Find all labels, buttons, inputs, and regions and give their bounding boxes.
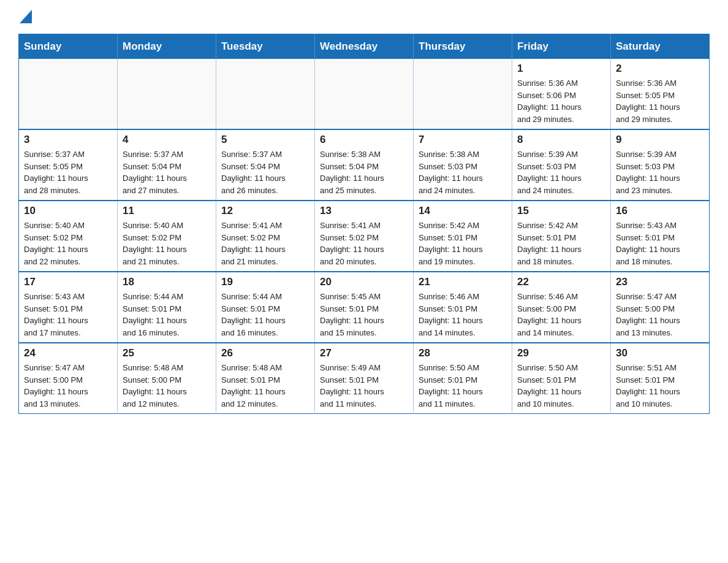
calendar-day-cell: 14Sunrise: 5:42 AMSunset: 5:01 PMDayligh… xyxy=(414,201,512,272)
day-info: Sunrise: 5:41 AMSunset: 5:02 PMDaylight:… xyxy=(320,220,408,267)
day-info: Sunrise: 5:42 AMSunset: 5:01 PMDaylight:… xyxy=(517,220,605,267)
logo-triangle-icon xyxy=(20,10,32,23)
day-info: Sunrise: 5:49 AMSunset: 5:01 PMDaylight:… xyxy=(320,362,408,410)
calendar-day-cell: 6Sunrise: 5:38 AMSunset: 5:04 PMDaylight… xyxy=(315,129,414,201)
calendar-day-cell: 20Sunrise: 5:45 AMSunset: 5:01 PMDayligh… xyxy=(315,272,414,343)
day-info: Sunrise: 5:42 AMSunset: 5:01 PMDaylight:… xyxy=(419,220,507,267)
day-info: Sunrise: 5:48 AMSunset: 5:00 PMDaylight:… xyxy=(123,362,211,410)
logo xyxy=(18,12,32,21)
day-info: Sunrise: 5:40 AMSunset: 5:02 PMDaylight:… xyxy=(24,220,112,267)
calendar-day-cell: 10Sunrise: 5:40 AMSunset: 5:02 PMDayligh… xyxy=(19,201,118,272)
day-number: 13 xyxy=(320,205,408,217)
day-info: Sunrise: 5:36 AMSunset: 5:06 PMDaylight:… xyxy=(517,77,605,125)
day-info: Sunrise: 5:48 AMSunset: 5:01 PMDaylight:… xyxy=(221,362,309,410)
calendar-day-cell: 12Sunrise: 5:41 AMSunset: 5:02 PMDayligh… xyxy=(216,201,315,272)
day-info: Sunrise: 5:38 AMSunset: 5:04 PMDaylight:… xyxy=(320,148,408,196)
day-info: Sunrise: 5:47 AMSunset: 5:00 PMDaylight:… xyxy=(616,291,704,339)
calendar-day-cell: 29Sunrise: 5:50 AMSunset: 5:01 PMDayligh… xyxy=(512,343,611,414)
calendar-day-cell: 30Sunrise: 5:51 AMSunset: 5:01 PMDayligh… xyxy=(611,343,710,414)
calendar-day-cell: 11Sunrise: 5:40 AMSunset: 5:02 PMDayligh… xyxy=(118,201,216,272)
day-info: Sunrise: 5:50 AMSunset: 5:01 PMDaylight:… xyxy=(419,362,507,410)
day-number: 3 xyxy=(24,134,112,146)
day-info: Sunrise: 5:39 AMSunset: 5:03 PMDaylight:… xyxy=(616,148,704,196)
page-header xyxy=(18,12,710,21)
day-number: 23 xyxy=(616,276,704,288)
day-number: 28 xyxy=(419,347,507,359)
day-number: 15 xyxy=(517,205,605,217)
calendar-day-cell: 22Sunrise: 5:46 AMSunset: 5:00 PMDayligh… xyxy=(512,272,611,343)
calendar-day-cell: 4Sunrise: 5:37 AMSunset: 5:04 PMDaylight… xyxy=(118,129,216,201)
calendar-day-cell: 24Sunrise: 5:47 AMSunset: 5:00 PMDayligh… xyxy=(19,343,118,414)
weekday-header: Saturday xyxy=(611,34,710,59)
day-info: Sunrise: 5:50 AMSunset: 5:01 PMDaylight:… xyxy=(517,362,605,410)
calendar-day-cell: 16Sunrise: 5:43 AMSunset: 5:01 PMDayligh… xyxy=(611,201,710,272)
calendar-day-cell: 25Sunrise: 5:48 AMSunset: 5:00 PMDayligh… xyxy=(118,343,216,414)
day-number: 24 xyxy=(24,347,112,359)
day-number: 14 xyxy=(419,205,507,217)
day-info: Sunrise: 5:47 AMSunset: 5:00 PMDaylight:… xyxy=(24,362,112,410)
day-number: 21 xyxy=(419,276,507,288)
day-info: Sunrise: 5:46 AMSunset: 5:00 PMDaylight:… xyxy=(517,291,605,339)
day-number: 22 xyxy=(517,276,605,288)
calendar-day-cell: 18Sunrise: 5:44 AMSunset: 5:01 PMDayligh… xyxy=(118,272,216,343)
calendar-day-cell: 21Sunrise: 5:46 AMSunset: 5:01 PMDayligh… xyxy=(414,272,512,343)
day-number: 25 xyxy=(123,347,211,359)
day-number: 5 xyxy=(221,134,309,146)
calendar-week-row: 10Sunrise: 5:40 AMSunset: 5:02 PMDayligh… xyxy=(19,201,710,272)
calendar-day-cell xyxy=(315,59,414,129)
day-info: Sunrise: 5:40 AMSunset: 5:02 PMDaylight:… xyxy=(123,220,211,267)
calendar-table: SundayMondayTuesdayWednesdayThursdayFrid… xyxy=(18,34,710,414)
day-info: Sunrise: 5:38 AMSunset: 5:03 PMDaylight:… xyxy=(419,148,507,196)
calendar-day-cell: 9Sunrise: 5:39 AMSunset: 5:03 PMDaylight… xyxy=(611,129,710,201)
calendar-day-cell: 28Sunrise: 5:50 AMSunset: 5:01 PMDayligh… xyxy=(414,343,512,414)
day-number: 8 xyxy=(517,134,605,146)
calendar-day-cell: 2Sunrise: 5:36 AMSunset: 5:05 PMDaylight… xyxy=(611,59,710,129)
weekday-header: Sunday xyxy=(19,34,118,59)
day-number: 12 xyxy=(221,205,309,217)
day-info: Sunrise: 5:41 AMSunset: 5:02 PMDaylight:… xyxy=(221,220,309,267)
calendar-day-cell: 1Sunrise: 5:36 AMSunset: 5:06 PMDaylight… xyxy=(512,59,611,129)
day-number: 7 xyxy=(419,134,507,146)
calendar-day-cell: 27Sunrise: 5:49 AMSunset: 5:01 PMDayligh… xyxy=(315,343,414,414)
day-info: Sunrise: 5:36 AMSunset: 5:05 PMDaylight:… xyxy=(616,77,704,125)
calendar-day-cell: 3Sunrise: 5:37 AMSunset: 5:05 PMDaylight… xyxy=(19,129,118,201)
day-info: Sunrise: 5:44 AMSunset: 5:01 PMDaylight:… xyxy=(123,291,211,339)
calendar-day-cell xyxy=(216,59,315,129)
calendar-day-cell: 19Sunrise: 5:44 AMSunset: 5:01 PMDayligh… xyxy=(216,272,315,343)
day-number: 11 xyxy=(123,205,211,217)
day-number: 6 xyxy=(320,134,408,146)
day-number: 30 xyxy=(616,347,704,359)
day-number: 27 xyxy=(320,347,408,359)
day-number: 18 xyxy=(123,276,211,288)
weekday-header: Tuesday xyxy=(216,34,315,59)
weekday-header: Wednesday xyxy=(315,34,414,59)
calendar-week-row: 1Sunrise: 5:36 AMSunset: 5:06 PMDaylight… xyxy=(19,59,710,129)
day-info: Sunrise: 5:37 AMSunset: 5:04 PMDaylight:… xyxy=(221,148,309,196)
day-number: 19 xyxy=(221,276,309,288)
day-number: 4 xyxy=(123,134,211,146)
calendar-day-cell: 17Sunrise: 5:43 AMSunset: 5:01 PMDayligh… xyxy=(19,272,118,343)
calendar-day-cell: 13Sunrise: 5:41 AMSunset: 5:02 PMDayligh… xyxy=(315,201,414,272)
calendar-day-cell: 7Sunrise: 5:38 AMSunset: 5:03 PMDaylight… xyxy=(414,129,512,201)
day-info: Sunrise: 5:39 AMSunset: 5:03 PMDaylight:… xyxy=(517,148,605,196)
calendar-day-cell xyxy=(414,59,512,129)
day-number: 10 xyxy=(24,205,112,217)
day-info: Sunrise: 5:37 AMSunset: 5:04 PMDaylight:… xyxy=(123,148,211,196)
day-info: Sunrise: 5:51 AMSunset: 5:01 PMDaylight:… xyxy=(616,362,704,410)
calendar-week-row: 17Sunrise: 5:43 AMSunset: 5:01 PMDayligh… xyxy=(19,272,710,343)
calendar-day-cell xyxy=(118,59,216,129)
calendar-week-row: 3Sunrise: 5:37 AMSunset: 5:05 PMDaylight… xyxy=(19,129,710,201)
calendar-day-cell xyxy=(19,59,118,129)
day-number: 16 xyxy=(616,205,704,217)
calendar-day-cell: 26Sunrise: 5:48 AMSunset: 5:01 PMDayligh… xyxy=(216,343,315,414)
calendar-day-cell: 15Sunrise: 5:42 AMSunset: 5:01 PMDayligh… xyxy=(512,201,611,272)
day-info: Sunrise: 5:44 AMSunset: 5:01 PMDaylight:… xyxy=(221,291,309,339)
day-number: 17 xyxy=(24,276,112,288)
calendar-day-cell: 5Sunrise: 5:37 AMSunset: 5:04 PMDaylight… xyxy=(216,129,315,201)
calendar-day-cell: 23Sunrise: 5:47 AMSunset: 5:00 PMDayligh… xyxy=(611,272,710,343)
weekday-header: Monday xyxy=(118,34,216,59)
day-info: Sunrise: 5:37 AMSunset: 5:05 PMDaylight:… xyxy=(24,148,112,196)
calendar-week-row: 24Sunrise: 5:47 AMSunset: 5:00 PMDayligh… xyxy=(19,343,710,414)
day-info: Sunrise: 5:43 AMSunset: 5:01 PMDaylight:… xyxy=(616,220,704,267)
calendar-day-cell: 8Sunrise: 5:39 AMSunset: 5:03 PMDaylight… xyxy=(512,129,611,201)
